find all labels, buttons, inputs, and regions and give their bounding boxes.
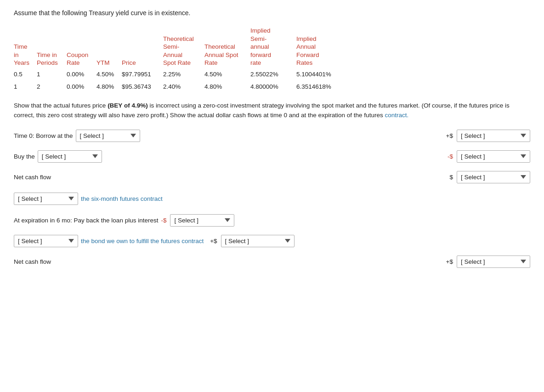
table-row: 1 2 0.00% 4.80% $95.36743 2.40% 4.80% 4.… — [14, 80, 342, 93]
header-implied-annual-forward-rates: ImpliedAnnualForwardRates — [296, 26, 342, 68]
cell-implied-annual-1: 5.1004401% — [296, 68, 342, 80]
deliver-suffix-label: the bond we own to fulfill the futures c… — [81, 238, 204, 244]
header-ytm: YTM — [96, 26, 122, 68]
bey-bold: (BEY of 4.9%) — [108, 102, 148, 109]
cell-time-years-1: 0.5 — [14, 68, 37, 80]
cell-time-periods-2: 2 — [37, 80, 67, 93]
header-theoretical-semi-annual-spot-rate: TheoreticalSemi-AnnualSpot Rate — [163, 26, 204, 68]
header-theoretical-annual-rate: TheoreticalAnnual SpotRate — [204, 26, 250, 68]
deliver-prefix-right: +$ — [210, 238, 217, 244]
cell-coupon-rate-1: 0.00% — [67, 68, 96, 80]
buy-prefix-right: -$ — [448, 153, 453, 160]
deliver-dropdown2[interactable]: [ Select ] — [221, 235, 295, 247]
expiration-prefix: -$ — [161, 217, 166, 224]
net-cash-flow2-prefix: +$ — [446, 258, 453, 265]
buy-the-row: Buy the [ Select ] -$ [ Select ] — [14, 150, 530, 163]
deliver-dropdown[interactable]: [ Select ] — [14, 235, 78, 247]
net-cash-flow2-row: Net cash flow +$ [ Select ] — [14, 256, 530, 268]
expiration-dropdown[interactable]: [ Select ] — [170, 214, 234, 227]
net-cash-flow2-label: Net cash flow — [14, 258, 51, 265]
buy-the-label: Buy the — [14, 153, 35, 160]
buy-dropdown[interactable]: [ Select ] — [38, 150, 102, 163]
buy-dropdown2[interactable]: [ Select ] — [457, 150, 530, 163]
header-implied-semi-annual-forward: ImpliedSemi-annualforwardrate — [250, 26, 296, 68]
cell-implied-annual-2: 6.3514618% — [296, 80, 342, 93]
cell-theoretical-annual-2: 4.80% — [204, 80, 250, 93]
cell-theoretical-annual-1: 4.50% — [204, 68, 250, 80]
table-row: 0.5 1 0.00% 4.50% $97.79951 2.25% 4.50% … — [14, 68, 342, 80]
net-cash-dropdown[interactable]: [ Select ] — [457, 171, 530, 183]
sell-futures-row: [ Select ] the six-month futures contrac… — [14, 193, 530, 205]
time0-row: Time 0: Borrow at the [ Select ] +$ [ Se… — [14, 130, 530, 142]
cell-ytm-1: 4.50% — [96, 68, 122, 80]
cell-theoretical-semi-1: 2.25% — [163, 68, 204, 80]
net-cash-dollar: $ — [449, 174, 453, 181]
net-cash-flow-row: Net cash flow $ [ Select ] — [14, 171, 530, 183]
cell-implied-semi-1: 2.55022% — [250, 68, 296, 80]
cell-implied-semi-2: 4.80000% — [250, 80, 296, 93]
intro-text: Assume that the following Treasury yield… — [14, 9, 530, 17]
header-time-in-years: TimeinYears — [14, 26, 37, 68]
sell-suffix-label: the six-month futures contract — [81, 195, 163, 202]
time0-dropdown2[interactable]: [ Select ] — [457, 130, 530, 142]
expiration-row: At expiration in 6 mo: Pay back the loan… — [14, 214, 530, 227]
header-coupon-rate: CouponRate — [67, 26, 96, 68]
cell-price-1: $97.79951 — [122, 68, 163, 80]
sell-dropdown[interactable]: [ Select ] — [14, 193, 78, 205]
yield-curve-table-wrapper: TimeinYears Time inPeriods CouponRate YT… — [14, 26, 530, 93]
cell-price-2: $95.36743 — [122, 80, 163, 93]
time0-prefix-right: +$ — [446, 132, 453, 139]
expiration-label: At expiration in 6 mo: Pay back the loan… — [14, 217, 158, 224]
time0-dropdown1[interactable]: [ Select ] — [76, 130, 140, 142]
net-cash-flow-label: Net cash flow — [14, 174, 51, 181]
cell-coupon-rate-2: 0.00% — [67, 80, 96, 93]
time0-label: Time 0: Borrow at the — [14, 132, 73, 139]
cell-time-years-2: 1 — [14, 80, 37, 93]
deliver-row: [ Select ] the bond we own to fulfill th… — [14, 235, 530, 247]
contract-link: contract. — [385, 112, 408, 119]
cell-ytm-2: 4.80% — [96, 80, 122, 93]
net-cash-flow2-dropdown[interactable]: [ Select ] — [457, 256, 530, 268]
table-header-row: TimeinYears Time inPeriods CouponRate YT… — [14, 26, 342, 68]
cell-time-periods-1: 1 — [37, 68, 67, 80]
cell-theoretical-semi-2: 2.40% — [163, 80, 204, 93]
header-price: Price — [122, 26, 163, 68]
yield-curve-table: TimeinYears Time inPeriods CouponRate YT… — [14, 26, 342, 93]
header-time-in-periods: Time inPeriods — [37, 26, 67, 68]
description-text: Show that the actual futures price (BEY … — [14, 101, 530, 120]
